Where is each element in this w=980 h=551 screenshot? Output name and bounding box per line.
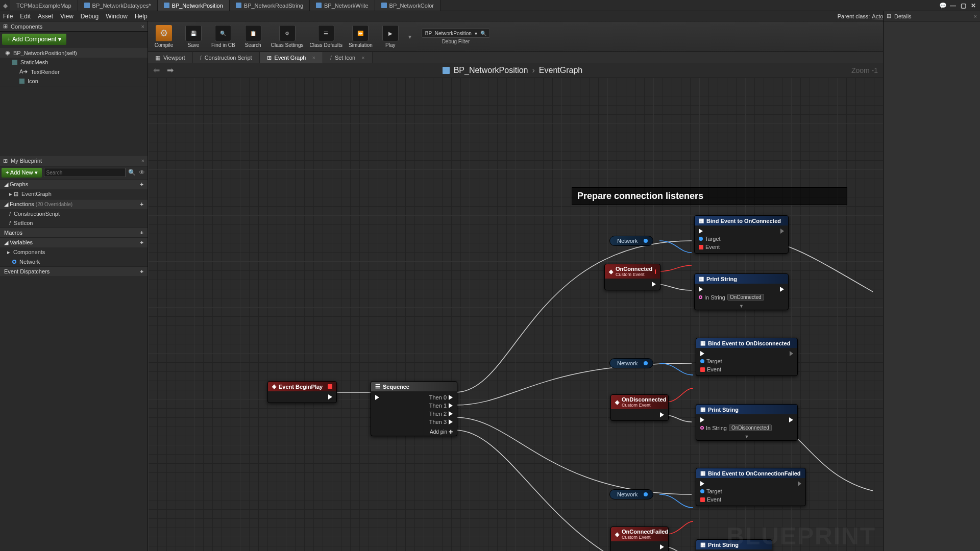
object-pin-icon[interactable] [644, 492, 648, 496]
findincb-button[interactable]: 🔍Find in CB [211, 25, 235, 48]
exec-out-pin-icon[interactable] [780, 287, 784, 292]
component-staticmesh[interactable]: StaticMesh [0, 58, 148, 67]
components-panel-tab[interactable]: ⊞ Components× [0, 21, 148, 32]
close-tab-icon[interactable]: × [361, 55, 364, 61]
delegate-pin-icon[interactable] [700, 497, 705, 502]
macros-category[interactable]: Macros+ [0, 228, 148, 237]
details-panel-tab[interactable]: ⊞ Details× [884, 11, 980, 21]
tab-readstring[interactable]: BP_NetworkReadString [230, 0, 310, 11]
menu-edit[interactable]: Edit [20, 13, 31, 20]
search-myblueprint-input[interactable] [44, 168, 126, 177]
myblueprint-panel-tab[interactable]: ⊞ My Blueprint× [0, 156, 148, 166]
maximize-icon[interactable]: ▢ [959, 2, 968, 10]
object-pin-icon[interactable] [699, 237, 703, 241]
exec-out-pin-icon[interactable] [449, 395, 453, 400]
classsettings-button[interactable]: ⚙Class Settings [271, 25, 304, 48]
add-new-button[interactable]: + Add New ▾ [2, 168, 42, 178]
add-graph-icon[interactable]: + [140, 181, 143, 187]
graphtab-eventgraph[interactable]: ⊞ Event Graph× [260, 52, 323, 63]
exec-in-pin-icon[interactable] [700, 481, 704, 486]
eventgraph-item[interactable]: ▸ ⊞ EventGraph [0, 189, 148, 199]
graph-canvas[interactable]: Prepare connection listeners ◈ Event Beg… [148, 78, 883, 551]
tab-write[interactable]: BP_NetworkWrite [310, 0, 375, 11]
expand-node-icon[interactable]: ▼ [696, 434, 797, 440]
exec-out-pin-icon[interactable] [660, 544, 664, 549]
menu-debug[interactable]: Debug [81, 13, 99, 20]
save-button[interactable]: 💾Save [182, 25, 205, 48]
breadcrumb-graph[interactable]: EventGraph [539, 66, 582, 75]
add-variable-icon[interactable]: + [140, 239, 143, 245]
graphtab-viewport[interactable]: ▦ Viewport [148, 52, 193, 63]
play-button[interactable]: ▶Play [379, 25, 402, 48]
node-event-beginplay[interactable]: ◈ Event BeginPlay [267, 381, 337, 403]
add-function-icon[interactable]: + [140, 201, 143, 207]
node-var-network-2[interactable]: Network [609, 358, 653, 368]
variable-network[interactable]: Network [0, 257, 148, 266]
exec-out-pin-icon[interactable] [798, 481, 801, 486]
func-constructionscript[interactable]: f ConstructionScript [0, 209, 148, 218]
close-panel-icon[interactable]: × [141, 23, 144, 30]
add-dispatcher-icon[interactable]: + [140, 268, 143, 274]
tab-color[interactable]: BP_NetworkColor [375, 0, 440, 11]
menu-view[interactable]: View [60, 13, 74, 20]
object-pin-icon[interactable] [644, 361, 648, 365]
node-var-network-3[interactable]: Network [609, 489, 653, 499]
delegate-pin-icon[interactable] [699, 245, 703, 249]
add-component-button[interactable]: + Add Component ▾ [2, 34, 66, 45]
search-button[interactable]: 📋Search [241, 25, 265, 48]
breadcrumb-asset[interactable]: BP_NetworkPosition [454, 66, 528, 75]
node-print-connected[interactable]: ▦ Print String In String OnConnected ▼ [694, 273, 789, 310]
node-var-network-1[interactable]: Network [609, 236, 653, 246]
compile-button[interactable]: ⚙Compile [152, 25, 176, 48]
node-onconnected[interactable]: ◈ OnConnectedCustom Event [604, 264, 660, 290]
variables-category[interactable]: ◢ Variables+ [0, 237, 148, 247]
menu-window[interactable]: Window [106, 13, 128, 20]
add-pin-button[interactable]: Add pin ✚ [371, 428, 457, 436]
tab-map[interactable]: TCPMapExampleMap [10, 0, 78, 11]
exec-out-pin-icon[interactable] [449, 419, 453, 424]
graphtab-construction[interactable]: fConstruction Script [193, 52, 260, 63]
close-tab-icon[interactable]: × [312, 55, 315, 61]
delegate-pin-icon[interactable] [700, 367, 705, 372]
instring-value[interactable]: OnConnected [727, 294, 764, 300]
exec-in-pin-icon[interactable] [375, 395, 379, 400]
component-root[interactable]: ◉ BP_NetworkPosition(self) [0, 48, 148, 58]
exec-out-pin-icon[interactable] [328, 394, 332, 399]
comment-node[interactable]: Prepare connection listeners [572, 187, 847, 205]
exec-out-pin-icon[interactable] [449, 411, 453, 416]
graphtab-seticon[interactable]: fSet Icon× [323, 52, 373, 63]
string-pin-icon[interactable] [700, 426, 704, 430]
node-onconnectfailed[interactable]: ◈ OnConnectFailedCustom Event [610, 527, 669, 551]
view-options-icon[interactable]: 👁 [138, 169, 146, 176]
classdefaults-button[interactable]: ☰Class Defaults [310, 25, 342, 48]
string-pin-icon[interactable] [699, 295, 702, 299]
delegate-pin-icon[interactable] [655, 269, 656, 274]
tab-datatypes[interactable]: BP_NetworkDatatypes* [78, 0, 158, 11]
menu-file[interactable]: File [3, 13, 13, 20]
variables-components-sub[interactable]: ▸ Components [0, 247, 148, 257]
exec-out-pin-icon[interactable] [660, 412, 664, 417]
close-panel-icon[interactable]: × [974, 13, 977, 19]
debug-object-dropdown[interactable]: BP_NetworkPosition▾ 🔍 [422, 29, 490, 38]
functions-category[interactable]: ◢ Functions (20 Overridable)+ [0, 199, 148, 209]
nav-forward-icon[interactable]: ➡ [167, 65, 174, 75]
exec-out-pin-icon[interactable] [790, 351, 793, 356]
component-icon[interactable]: Icon [0, 77, 148, 86]
node-bind-ondisconnected[interactable]: ▦ Bind Event to OnDisconnected Target Ev… [696, 338, 798, 376]
exec-in-pin-icon[interactable] [700, 351, 704, 356]
node-sequence[interactable]: ☰ Sequence Then 0 Then 1 Then 2 Then 3 A… [371, 381, 457, 436]
exec-out-pin-icon[interactable] [789, 417, 793, 422]
search-icon[interactable]: 🔍 [128, 169, 136, 176]
node-print-disconnected[interactable]: ▦ Print String In String OnDisconnected … [696, 404, 798, 441]
close-icon[interactable]: ✕ [969, 2, 978, 10]
exec-in-pin-icon[interactable] [700, 417, 704, 422]
node-bind-onconnected[interactable]: ▦ Bind Event to OnConnected Target Event [694, 215, 789, 254]
send-feedback-icon[interactable]: 💬 [938, 2, 947, 10]
tab-position[interactable]: BP_NetworkPosition [158, 0, 230, 11]
object-pin-icon[interactable] [644, 239, 648, 243]
add-macro-icon[interactable]: + [140, 230, 143, 236]
simulation-button[interactable]: ⏩Simulation [349, 25, 373, 48]
node-bind-failed[interactable]: ▦ Bind Event to OnConnectionFailed Targe… [696, 468, 806, 506]
component-textrender[interactable]: A➔ TextRender [0, 67, 148, 77]
node-ondisconnected[interactable]: ◈ OnDisconnectedCustom Event [610, 394, 669, 421]
